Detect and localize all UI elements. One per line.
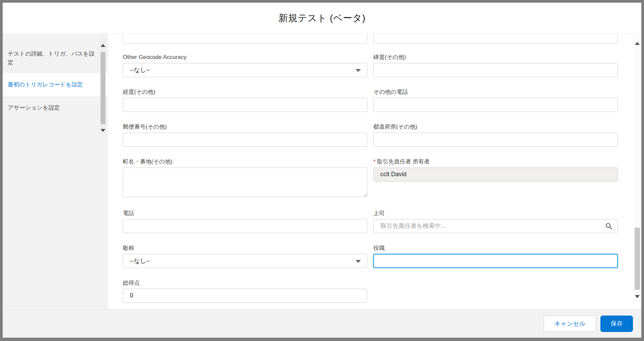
form-row: 総得点 (123, 279, 630, 303)
field-label: 総得点 (123, 279, 367, 287)
scroll-down-icon[interactable] (635, 295, 640, 298)
scroll-down-icon[interactable] (101, 129, 105, 132)
scrollbar-thumb[interactable] (635, 228, 640, 290)
field-label: 郵便番号(その他) (123, 123, 367, 131)
form-row: Other Geocode Accuracy --なし-- 緯度(その他) (123, 54, 630, 77)
field-latitude-other: 緯度(その他) (373, 54, 618, 77)
field-label: 緯度(その他) (373, 54, 618, 61)
field-label: 都道府県(その他) (373, 123, 618, 131)
form-row (123, 34, 630, 44)
field-label: 役職 (373, 245, 618, 252)
modal-header: 新規テスト (ベータ) (3, 3, 641, 34)
field-total-score: 総得点 (123, 279, 367, 303)
modal-title: 新規テスト (ベータ) (278, 12, 365, 24)
steps-sidebar: テストの詳細、トリガ、パスを設定 最初のトリガレコードを設定 アサーションを設定 (3, 34, 108, 309)
form-row: 敬称 --なし-- 役職 (123, 245, 630, 268)
other-geocode-accuracy-select[interactable]: --なし-- (123, 63, 367, 77)
record-form: Other Geocode Accuracy --なし-- 緯度(その他) (108, 34, 630, 303)
field-other-phone: その他の電話 (373, 88, 618, 112)
field-reports-to: 上司 (373, 210, 618, 233)
postal-code-other-input[interactable] (123, 133, 367, 147)
phone-input[interactable] (123, 219, 367, 233)
scroll-up-icon[interactable] (635, 42, 640, 45)
field-label: 上司 (373, 210, 618, 217)
form-scrollbar[interactable] (634, 37, 641, 301)
title-input[interactable] (373, 254, 618, 268)
street-other-textarea[interactable] (123, 167, 367, 197)
total-score-input[interactable] (123, 289, 367, 303)
modal-body: テストの詳細、トリガ、パスを設定 最初のトリガレコードを設定 アサーションを設定 (3, 34, 641, 309)
field-postal-code-other: 郵便番号(その他) (123, 123, 367, 147)
selected-value: --なし-- (130, 257, 150, 265)
field-label-text: 取引先責任者 所有者 (377, 158, 430, 165)
field-label: 敬称 (123, 245, 367, 252)
sidebar-item-first-trigger-record[interactable]: 最初のトリガレコードを設定 (3, 73, 108, 96)
field-label: 電話 (123, 210, 367, 217)
form-scroll-area: Other Geocode Accuracy --なし-- 緯度(その他) (108, 34, 630, 309)
required-asterisk: * (373, 158, 376, 165)
chevron-down-icon (356, 260, 361, 263)
state-other-input[interactable] (373, 133, 618, 147)
new-test-modal: 新規テスト (ベータ) テストの詳細、トリガ、パスを設定 最初のトリガレコードを… (3, 3, 641, 338)
save-button[interactable]: 保存 (600, 316, 633, 332)
field-state-other: 都道府県(その他) (373, 123, 618, 147)
scrollbar-thumb[interactable] (101, 52, 105, 124)
field-label: 町名・番地(その他) (123, 158, 367, 165)
field-contact-owner: *取引先責任者 所有者 (373, 158, 618, 182)
field-title: 役職 (373, 245, 618, 268)
field-phone: 電話 (123, 210, 367, 233)
field-label: Other Geocode Accuracy (123, 54, 367, 61)
field-other-geocode-accuracy: Other Geocode Accuracy --なし-- (123, 54, 367, 77)
form-row: 経度(その他) その他の電話 (123, 88, 630, 112)
sidebar-item-assertions[interactable]: アサーションを設定 (3, 96, 108, 120)
sidebar-scrollbar[interactable] (100, 38, 106, 133)
field-longitude-other: 経度(その他) (123, 88, 367, 112)
search-icon (605, 222, 612, 230)
latitude-other-input[interactable] (373, 63, 618, 77)
form-row: 町名・番地(その他) *取引先責任者 所有者 (123, 158, 630, 198)
sidebar-item-label: テストの詳細、トリガ、パスを設定 (8, 51, 95, 66)
modal-footer: キャンセル 保存 (3, 309, 641, 338)
form-row: 郵便番号(その他) 都道府県(その他) (123, 123, 630, 147)
other-phone-input[interactable] (373, 98, 618, 112)
scroll-up-icon[interactable] (101, 44, 105, 47)
clipped-field-left (123, 34, 367, 44)
clipped-input[interactable] (373, 34, 618, 44)
field-street-other: 町名・番地(その他) (123, 158, 367, 198)
sidebar-item-label: アサーションを設定 (8, 105, 60, 111)
reports-to-lookup (373, 219, 618, 233)
sidebar-item-label: 最初のトリガレコードを設定 (8, 81, 83, 88)
chevron-down-icon (356, 69, 361, 72)
field-label: その他の電話 (373, 88, 618, 96)
field-label: *取引先責任者 所有者 (373, 158, 618, 165)
longitude-other-input[interactable] (123, 98, 367, 112)
screen-backdrop: 新規テスト (ベータ) テストの詳細、トリガ、パスを設定 最初のトリガレコードを… (0, 0, 644, 341)
reports-to-search-input[interactable] (373, 219, 618, 233)
field-label: 経度(その他) (123, 88, 367, 96)
contact-owner-input (373, 167, 618, 182)
steps-list: テストの詳細、トリガ、パスを設定 最初のトリガレコードを設定 アサーションを設定 (3, 34, 108, 133)
sidebar-item-test-details[interactable]: テストの詳細、トリガ、パスを設定 (3, 34, 108, 73)
salutation-select[interactable]: --なし-- (123, 254, 367, 268)
cancel-button[interactable]: キャンセル (544, 316, 596, 332)
form-row: 電話 上司 (123, 210, 630, 233)
clipped-field-right (373, 34, 618, 44)
clipped-input[interactable] (123, 34, 367, 44)
field-salutation: 敬称 --なし-- (123, 245, 367, 268)
selected-value: --なし-- (130, 66, 150, 74)
